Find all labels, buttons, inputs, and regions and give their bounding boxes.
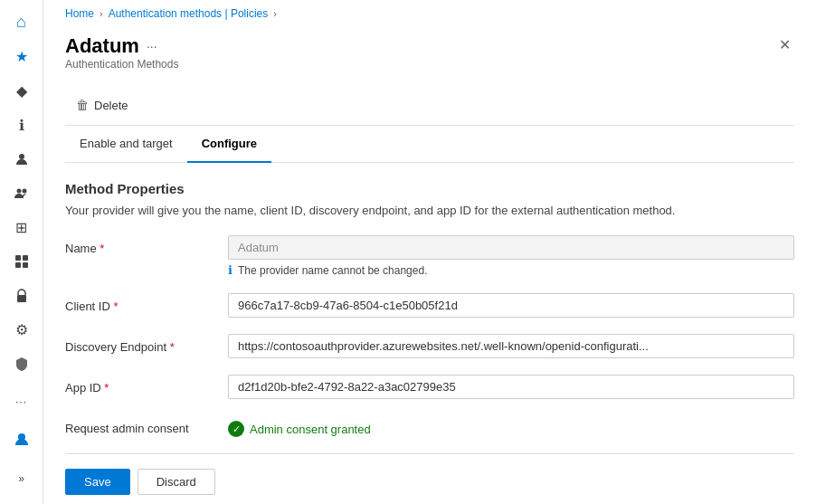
consent-status: ✓ Admin consent granted bbox=[228, 415, 794, 437]
delete-button[interactable]: 🗑 Delete bbox=[65, 92, 139, 118]
sidebar: ⌂ ★ ◆ ℹ ⊞ ⚙ ··· » bbox=[0, 0, 43, 504]
client-id-row: Client ID * bbox=[65, 293, 794, 318]
discard-button[interactable]: Discard bbox=[138, 469, 215, 495]
tab-configure[interactable]: Configure bbox=[187, 126, 271, 163]
app-id-input[interactable] bbox=[228, 375, 794, 399]
consent-status-wrapper: ✓ Admin consent granted bbox=[228, 415, 794, 437]
page-menu-button[interactable]: ··· bbox=[147, 39, 157, 53]
client-id-required: * bbox=[113, 300, 118, 313]
name-info-msg: ℹ The provider name cannot be changed. bbox=[228, 263, 794, 277]
discovery-endpoint-label: Discovery Endpoint * bbox=[65, 334, 228, 354]
section-desc: Your provider will give you the name, cl… bbox=[65, 204, 794, 217]
client-id-label: Client ID * bbox=[65, 293, 228, 313]
consent-label: Request admin consent bbox=[65, 415, 228, 435]
page-title: Adatum bbox=[65, 34, 139, 58]
breadcrumb-auth-methods[interactable]: Authentication methods | Policies bbox=[109, 7, 269, 20]
tab-enable-target[interactable]: Enable and target bbox=[65, 126, 187, 163]
name-info-text: The provider name cannot be changed. bbox=[238, 264, 427, 277]
star-icon[interactable]: ★ bbox=[4, 42, 40, 72]
more-nav-icon[interactable]: ··· bbox=[4, 386, 40, 417]
info-circle-icon: ℹ bbox=[228, 263, 232, 277]
client-id-input[interactable] bbox=[228, 293, 794, 318]
page-subtitle: Authentication Methods bbox=[65, 58, 178, 81]
footer-buttons: Save Discard bbox=[65, 453, 794, 495]
svg-rect-6 bbox=[23, 262, 28, 268]
person-nav-icon[interactable] bbox=[4, 144, 40, 175]
app-id-field-wrapper bbox=[228, 375, 794, 399]
name-input[interactable] bbox=[228, 235, 794, 260]
discovery-endpoint-input[interactable] bbox=[228, 334, 794, 358]
grid-nav-icon[interactable] bbox=[4, 246, 40, 277]
svg-rect-4 bbox=[23, 255, 28, 261]
close-button[interactable]: ✕ bbox=[775, 34, 794, 56]
name-label: Name * bbox=[65, 235, 228, 255]
app-id-row: App ID * bbox=[65, 375, 794, 399]
app-id-label: App ID * bbox=[65, 375, 228, 395]
diamond-icon[interactable]: ◆ bbox=[4, 76, 40, 107]
discovery-endpoint-field-wrapper bbox=[228, 334, 794, 358]
toolbar: 🗑 Delete bbox=[65, 85, 794, 126]
svg-rect-5 bbox=[15, 262, 21, 268]
svg-rect-7 bbox=[17, 295, 26, 302]
breadcrumb-home[interactable]: Home bbox=[65, 7, 94, 20]
delete-label: Delete bbox=[94, 99, 128, 112]
svg-point-0 bbox=[19, 154, 24, 159]
form-section: Method Properties Your provider will giv… bbox=[65, 163, 794, 504]
content-area: Adatum ··· Authentication Methods ✕ 🗑 De… bbox=[43, 27, 816, 504]
brand-icon[interactable]: ⌂ bbox=[4, 7, 40, 38]
name-row: Name * ℹ The provider name cannot be cha… bbox=[65, 235, 794, 277]
check-circle-icon: ✓ bbox=[228, 421, 244, 437]
svg-rect-3 bbox=[15, 255, 21, 261]
svg-point-2 bbox=[22, 188, 26, 193]
shield-nav-icon[interactable] bbox=[4, 349, 40, 380]
expand-sidebar-icon[interactable]: » bbox=[4, 461, 40, 497]
section-title: Method Properties bbox=[65, 181, 794, 196]
breadcrumb-sep-1: › bbox=[100, 8, 103, 19]
breadcrumb: Home › Authentication methods | Policies… bbox=[43, 0, 816, 27]
name-required: * bbox=[100, 242, 104, 255]
svg-point-1 bbox=[16, 188, 21, 193]
apps-nav-icon[interactable]: ⊞ bbox=[4, 213, 40, 243]
discovery-required: * bbox=[170, 340, 175, 354]
save-button[interactable]: Save bbox=[65, 469, 130, 495]
main-area: Home › Authentication methods | Policies… bbox=[43, 0, 816, 504]
lock-nav-icon[interactable] bbox=[4, 281, 40, 311]
page-header: Adatum ··· Authentication Methods ✕ bbox=[65, 27, 794, 85]
name-field-wrapper: ℹ The provider name cannot be changed. bbox=[228, 235, 794, 277]
consent-granted-label: Admin consent granted bbox=[250, 423, 371, 436]
info-nav-icon[interactable]: ℹ bbox=[4, 109, 40, 140]
client-id-field-wrapper bbox=[228, 293, 794, 318]
trash-icon: 🗑 bbox=[76, 98, 89, 112]
group-nav-icon[interactable] bbox=[4, 178, 40, 209]
tab-bar: Enable and target Configure bbox=[65, 126, 794, 163]
user-avatar-icon[interactable] bbox=[4, 421, 40, 457]
settings-nav-icon[interactable]: ⚙ bbox=[4, 315, 40, 346]
discovery-endpoint-row: Discovery Endpoint * bbox=[65, 334, 794, 358]
breadcrumb-sep-2: › bbox=[273, 8, 277, 19]
consent-row: Request admin consent ✓ Admin consent gr… bbox=[65, 415, 794, 437]
app-id-required: * bbox=[104, 381, 109, 395]
